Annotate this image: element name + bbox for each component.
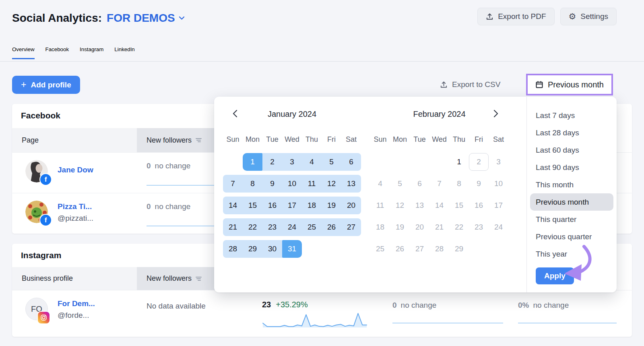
metric-change: no change [155, 202, 191, 211]
profile-link[interactable]: For Dem... [58, 299, 95, 308]
preset-previous-quarter[interactable]: Previous quarter [530, 228, 613, 245]
calendar-day[interactable]: 14 [223, 197, 243, 214]
calendar-day: 15 [449, 197, 469, 214]
calendar-day[interactable]: 30 [262, 240, 282, 258]
tab-instagram[interactable]: Instagram [80, 46, 103, 59]
date-presets-sidebar: Last 7 daysLast 28 daysLast 60 daysLast … [526, 97, 617, 292]
facebook-badge-icon: f [40, 174, 51, 185]
apply-button[interactable]: Apply [536, 267, 574, 284]
calendar-day[interactable]: 12 [322, 175, 341, 193]
settings-button[interactable]: ⚙ Settings [560, 8, 617, 25]
calendar-day: 7 [429, 175, 449, 193]
preset-list: Last 7 daysLast 28 daysLast 60 daysLast … [530, 107, 613, 263]
preset-last-28-days[interactable]: Last 28 days [530, 124, 613, 141]
add-profile-button[interactable]: + Add profile [12, 76, 80, 94]
calendar-day[interactable]: 13 [341, 175, 361, 193]
social-analytics-page: Social Analytics: FOR DEMOS Export to PD… [0, 0, 644, 346]
avatar: f [25, 160, 48, 182]
calendar-day[interactable]: 17 [282, 197, 302, 214]
calendar-day[interactable]: 7 [223, 175, 243, 193]
calendar-day[interactable]: 4 [302, 153, 322, 171]
profile-link[interactable]: Jane Dow [58, 166, 93, 174]
calendar-week: 123 [370, 153, 508, 171]
calendar-day: 18 [370, 218, 390, 236]
calendar-day[interactable]: 20 [341, 197, 361, 214]
facebook-section-title: Facebook [21, 111, 60, 120]
preset-last-7-days[interactable]: Last 7 days [530, 107, 613, 124]
calendar-week: 78910111213 [223, 175, 361, 193]
calendar-day[interactable]: 8 [243, 175, 262, 193]
calendar-day-empty [223, 153, 243, 171]
project-selector[interactable]: FOR DEMOS [107, 12, 185, 25]
table-row: FO For Dem... @forde... No data availabl… [12, 290, 632, 337]
metric-value: 0 [147, 162, 151, 170]
page-title: Social Analytics: [12, 12, 102, 25]
settings-label: Settings [580, 12, 608, 21]
calendar-day-empty [390, 153, 410, 171]
column-header-page[interactable]: Page [12, 128, 137, 152]
calendar-day: 26 [390, 240, 410, 258]
tab-linkedin[interactable]: LinkedIn [114, 46, 134, 59]
calendar-day[interactable]: 18 [302, 197, 322, 214]
sort-icon [195, 137, 202, 143]
preset-this-year[interactable]: This year [530, 245, 613, 263]
export-pdf-button[interactable]: Export to PDF [477, 8, 554, 25]
new-followers-metric: 0no change [147, 162, 190, 170]
preset-last-60-days[interactable]: Last 60 days [530, 141, 613, 159]
tab-facebook[interactable]: Facebook [45, 46, 69, 59]
calendar-day[interactable]: 6 [341, 153, 361, 171]
calendar-day[interactable]: 29 [243, 240, 262, 258]
calendar-day[interactable]: 23 [262, 218, 282, 236]
weekday-label: Sun [370, 135, 390, 144]
calendar-day: 4 [370, 175, 390, 193]
preset-this-month[interactable]: This month [530, 176, 613, 193]
export-csv-button[interactable]: Export to CSV [440, 80, 500, 89]
calendar-day[interactable]: 27 [341, 218, 361, 236]
calendar-day[interactable]: 26 [322, 218, 341, 236]
calendar-day[interactable]: 2 [262, 153, 282, 171]
tab-overview[interactable]: Overview [12, 46, 35, 59]
calendar-grid: 1234567891011121314151617181920212223242… [223, 153, 361, 262]
preset-this-quarter[interactable]: This quarter [530, 211, 613, 228]
profile-link[interactable]: Pizza Ti... [58, 202, 92, 211]
preset-previous-month[interactable]: Previous month [530, 193, 613, 211]
calendar-day[interactable]: 5 [322, 153, 341, 171]
column-header-business-profile[interactable]: Business profile [12, 267, 137, 290]
calendar-day[interactable]: 1 [449, 153, 469, 171]
calendar-day: 5 [390, 175, 410, 193]
weekday-label: Wed [429, 135, 449, 144]
calendar-day[interactable]: 22 [243, 218, 262, 236]
calendar-day[interactable]: 25 [302, 218, 322, 236]
calendar-day[interactable]: 2 [469, 153, 489, 171]
weekday-label: Sun [223, 135, 243, 144]
calendar-day[interactable]: 19 [322, 197, 341, 214]
calendar-day[interactable]: 24 [282, 218, 302, 236]
preset-last-90-days[interactable]: Last 90 days [530, 159, 613, 176]
header-actions: Export to PDF ⚙ Settings [477, 8, 617, 25]
calendar-day[interactable]: 16 [262, 197, 282, 214]
calendar-day[interactable]: 11 [302, 175, 322, 193]
weekday-label: Thu [449, 135, 469, 144]
gear-icon: ⚙ [569, 12, 576, 21]
calendar-day[interactable]: 3 [282, 153, 302, 171]
calendar-day[interactable]: 28 [223, 240, 243, 258]
chevron-down-icon [179, 16, 185, 20]
calendar-day: 3 [489, 153, 508, 171]
calendar-day[interactable]: 31 [282, 240, 302, 258]
calendar-day[interactable]: 10 [282, 175, 302, 193]
calendar-day: 9 [469, 175, 489, 193]
date-range-button[interactable]: Previous month [528, 75, 611, 94]
weekday-label: Wed [282, 135, 302, 144]
calendar-day: 17 [489, 197, 508, 214]
calendar-day[interactable]: 9 [262, 175, 282, 193]
weekday-label: Mon [243, 135, 262, 144]
calendar-day: 16 [469, 197, 489, 214]
calendar-day[interactable]: 15 [243, 197, 262, 214]
weekday-label: Fri [469, 135, 489, 144]
calendar-day[interactable]: 1 [243, 153, 262, 171]
followers-metric: 23+35.29% [262, 300, 308, 309]
date-picker-popup: January 2024SunMonTueWedThuFriSat1234567… [214, 97, 617, 292]
calendar-day[interactable]: 21 [223, 218, 243, 236]
tab-bar: OverviewFacebookInstagramLinkedIn [12, 46, 135, 59]
calendar-day-empty [322, 240, 341, 258]
